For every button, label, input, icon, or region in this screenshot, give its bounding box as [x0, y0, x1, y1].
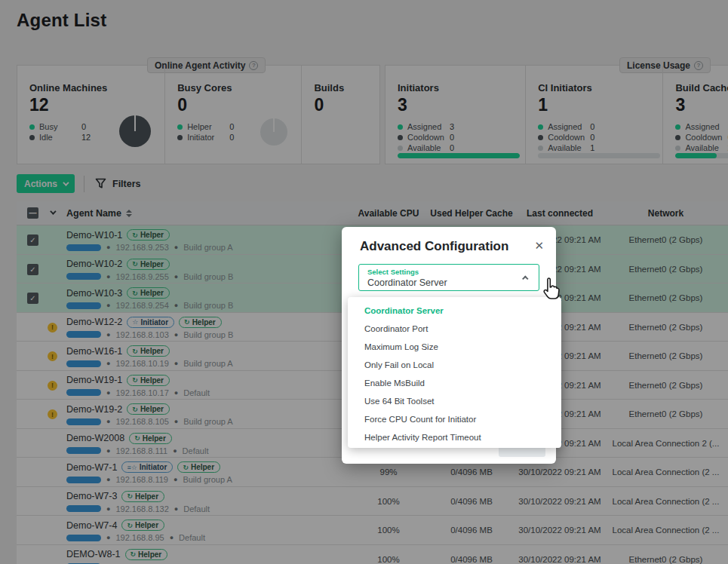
settings-options-listbox: Coordinator ServerCoordinator PortMaximu…: [348, 297, 561, 448]
dropdown-option[interactable]: Maximum Log Size: [348, 338, 561, 356]
dropdown-option[interactable]: Force CPU Count for Initiator: [348, 410, 561, 428]
dropdown-option[interactable]: Helper Activity Report Timeout: [348, 428, 561, 446]
chevron-up-icon: [522, 275, 528, 281]
select-settings-value: Coordinator Server: [367, 277, 447, 288]
dropdown-option[interactable]: Enable MsBuild: [348, 374, 561, 392]
hand-cursor-icon: [540, 276, 563, 302]
dropdown-option[interactable]: Coordinator Port: [348, 320, 561, 338]
select-settings-dropdown[interactable]: Select Settings Coordinator Server: [358, 264, 539, 291]
agent-list-page: Agent List Online Agent Activity ? Onlin…: [0, 0, 728, 564]
select-settings-label: Select Settings: [367, 268, 419, 276]
close-icon[interactable]: ✕: [534, 239, 544, 253]
dropdown-option[interactable]: Coordinator Server: [348, 302, 561, 320]
dropdown-option[interactable]: Use 64 Bit Toolset: [348, 392, 561, 410]
modal-title: Advanced Configuration: [360, 239, 508, 254]
dropdown-option[interactable]: Only Fail on Local: [348, 356, 561, 374]
